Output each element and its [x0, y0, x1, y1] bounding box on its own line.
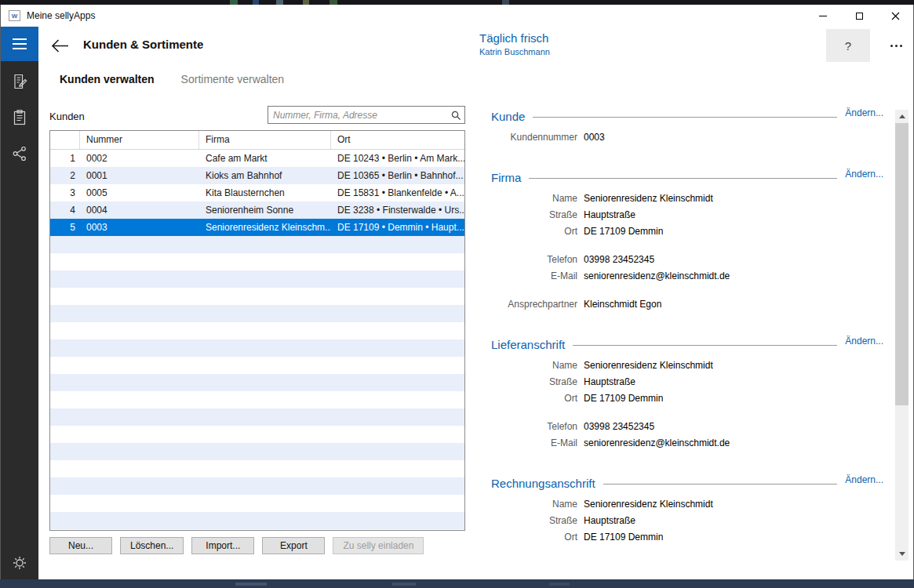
row-nummer: 0002 — [80, 150, 199, 167]
page-title: Kunden & Sortimente — [83, 38, 203, 51]
scroll-down-button[interactable] — [895, 547, 909, 561]
tab-kunden-verwalten[interactable]: Kunden verwalten — [60, 73, 155, 85]
row-ort: DE 10365 • Berlin • Bahnhof... — [331, 167, 464, 184]
hamburger-menu-button[interactable] — [1, 27, 38, 61]
settings-button[interactable] — [9, 553, 30, 573]
kunden-panel-label: Kunden — [49, 111, 85, 122]
maximize-button[interactable] — [841, 5, 877, 27]
sidebar-item-assortments[interactable] — [9, 107, 30, 128]
field-value: Seniorenresidenz Kleinschmidt — [584, 499, 713, 510]
more-options-button[interactable] — [879, 29, 912, 62]
row-ort: DE 17109 • Demmin • Haupt... — [331, 219, 464, 236]
column-header-index[interactable] — [50, 131, 80, 149]
column-header-firma[interactable]: Firma — [199, 131, 331, 149]
field-ort: Ort DE 17109 Demmin — [491, 390, 883, 406]
field-email: E-Mail seniorenresidenz@kleinschmidt.de — [491, 267, 883, 284]
field-label: Straße — [491, 209, 584, 220]
loeschen-button[interactable]: Löschen... — [120, 537, 184, 554]
aendern-link[interactable]: Ändern... — [845, 336, 883, 347]
row-nummer: 0001 — [80, 167, 199, 184]
help-button[interactable]: ? — [826, 29, 870, 62]
section-divider — [603, 484, 838, 485]
column-header-ort[interactable]: Ort — [331, 131, 464, 149]
main-area: Kunden Nummer Firma Ort 1 — [38, 94, 913, 579]
table-actions: Neu... Löschen... Import... Export Zu se… — [49, 537, 424, 554]
table-row[interactable]: 3 0005 Kita Blausternchen DE 15831 • Bla… — [50, 184, 464, 201]
account-identity: Täglich frisch Katrin Buschmann — [479, 31, 550, 56]
aendern-link[interactable]: Ändern... — [845, 169, 883, 180]
field-label: E-Mail — [491, 437, 584, 448]
field-ort: Ort DE 17109 Demmin — [491, 528, 883, 545]
clipboard-icon — [11, 109, 28, 126]
search-input[interactable] — [268, 110, 450, 121]
export-button[interactable]: Export — [262, 537, 325, 554]
desktop-strip-bottom — [0, 579, 914, 588]
kunden-table: Nummer Firma Ort 1 0002 Cafe am Markt DE… — [49, 130, 465, 531]
scroll-up-button[interactable] — [895, 110, 909, 123]
section-rechnungsanschrift: Rechnungsanschrift Ändern... Name Senior… — [491, 477, 883, 545]
aendern-link[interactable]: Ändern... — [845, 107, 883, 118]
taskbar-fragment — [549, 583, 570, 586]
tab-bar: Kunden verwalten Sortimente verwalten — [38, 64, 913, 94]
table-header: Nummer Firma Ort — [50, 131, 464, 150]
customer-detail-panel: Kunde Ändern... Kundennummer 0003 — [491, 110, 883, 545]
field-value: Seniorenresidenz Kleinschmidt — [584, 193, 713, 204]
app-icon: W — [9, 10, 20, 21]
row-index: 3 — [50, 184, 80, 201]
field-strasse: Straße Hauptstraße — [491, 206, 883, 223]
field-strasse: Straße Hauptstraße — [491, 373, 883, 390]
arrow-up-icon — [899, 114, 905, 118]
field-name: Name Seniorenresidenz Kleinschmidt — [491, 495, 883, 512]
field-value: DE 17109 Demmin — [584, 393, 663, 404]
field-kundennummer: Kundennummer 0003 — [491, 129, 883, 145]
detail-scrollbar[interactable] — [895, 110, 909, 561]
sidebar-item-customers[interactable] — [9, 71, 30, 92]
import-button[interactable]: Import... — [191, 537, 254, 554]
minimize-button[interactable] — [805, 5, 841, 27]
close-icon — [891, 12, 900, 20]
zu-selly-einladen-button[interactable]: Zu selly einladen — [333, 537, 424, 554]
table-row[interactable]: 4 0004 Seniorenheim Sonne DE 3238 • Fins… — [50, 201, 464, 219]
taskbar-fragment — [235, 583, 267, 586]
field-value: Seniorenresidenz Kleinschmidt — [584, 360, 713, 371]
document-pen-icon — [11, 73, 28, 90]
neu-button[interactable]: Neu... — [49, 537, 112, 554]
row-nummer: 0003 — [80, 219, 199, 236]
column-header-nummer[interactable]: Nummer — [80, 131, 199, 149]
sidebar — [1, 27, 38, 579]
table-row-selected[interactable]: 5 0003 Seniorenresidenz Kleinschm... DE … — [50, 219, 464, 236]
table-row[interactable]: 1 0002 Cafe am Markt DE 10243 • Berlin •… — [50, 150, 464, 167]
search-icon[interactable] — [450, 110, 461, 121]
row-index: 5 — [50, 219, 80, 236]
field-ansprechpartner: Ansprechpartner Kleinschmidt Egon — [491, 296, 883, 312]
section-divider — [529, 178, 837, 179]
field-email: E-Mail seniorenresidenz@kleinschmidt.de — [491, 434, 883, 451]
user-name: Katrin Buschmann — [479, 47, 550, 56]
minimize-icon — [819, 16, 827, 16]
back-button[interactable] — [51, 37, 73, 54]
field-label: E-Mail — [491, 270, 584, 281]
field-telefon: Telefon 03998 23452345 — [491, 251, 883, 267]
scrollbar-thumb[interactable] — [895, 123, 909, 405]
search-box — [268, 106, 465, 124]
sidebar-item-share[interactable] — [9, 143, 30, 164]
field-telefon: Telefon 03998 23452345 — [491, 418, 883, 434]
section-title: Lieferanschrift — [491, 338, 565, 351]
field-value: Hauptstraße — [584, 376, 635, 387]
field-ort: Ort DE 17109 Demmin — [491, 223, 883, 239]
field-value: Hauptstraße — [584, 515, 635, 526]
field-label: Ort — [491, 226, 584, 237]
row-index: 1 — [50, 150, 80, 167]
aendern-link[interactable]: Ändern... — [845, 474, 883, 485]
field-label: Ansprechpartner — [491, 299, 584, 310]
field-value: seniorenresidenz@kleinschmidt.de — [584, 270, 730, 281]
tab-sortimente-verwalten[interactable]: Sortimente verwalten — [181, 73, 285, 85]
table-row[interactable]: 2 0001 Kioks am Bahnhof DE 10365 • Berli… — [50, 167, 464, 184]
section-title: Firma — [491, 171, 521, 184]
back-arrow-icon — [51, 38, 69, 53]
arrow-down-icon — [899, 552, 905, 556]
row-firma: Kita Blausternchen — [199, 184, 331, 201]
field-strasse: Straße Hauptstraße — [491, 512, 883, 528]
close-button[interactable] — [877, 5, 913, 27]
field-label: Telefon — [491, 254, 584, 265]
